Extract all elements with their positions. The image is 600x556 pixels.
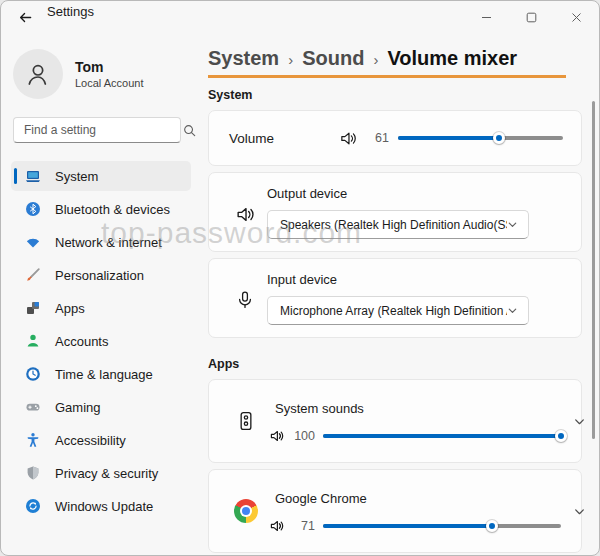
user-name: Tom <box>75 59 144 76</box>
sidebar-item-label: Bluetooth & devices <box>55 202 170 217</box>
sidebar-item-label: Windows Update <box>55 499 153 514</box>
slider-fill <box>398 136 499 140</box>
breadcrumb-sound[interactable]: Sound <box>302 47 364 70</box>
chrome-volume-slider[interactable] <box>323 524 561 528</box>
clock-icon <box>25 366 41 382</box>
chrome-logo-icon <box>234 499 258 523</box>
gamepad-icon <box>25 399 41 415</box>
maximize-button[interactable] <box>509 1 554 33</box>
speaker-icon <box>269 518 285 534</box>
sidebar-item-label: Time & language <box>55 367 153 382</box>
expand-system-sounds-button[interactable] <box>567 404 592 438</box>
app-volume-value: 71 <box>293 519 315 533</box>
breadcrumb-system[interactable]: System <box>208 47 279 70</box>
sidebar-item-time-language[interactable]: Time & language <box>11 359 191 389</box>
window-controls <box>464 1 599 33</box>
titlebar: Settings <box>1 1 599 33</box>
sidebar-nav: System Bluetooth & devices Network & int… <box>11 161 191 524</box>
search-input[interactable] <box>14 123 183 137</box>
section-title-system: System <box>208 88 582 102</box>
sidebar-item-bluetooth-devices[interactable]: Bluetooth & devices <box>11 194 191 224</box>
slider-thumb[interactable] <box>555 430 567 442</box>
speaker-icon <box>339 129 358 148</box>
sidebar-item-gaming[interactable]: Gaming <box>11 392 191 422</box>
sidebar-item-accounts[interactable]: Accounts <box>11 326 191 356</box>
system-sounds-slider[interactable] <box>323 434 561 438</box>
search-box <box>13 117 181 143</box>
breadcrumb-volume-mixer: Volume mixer <box>387 47 517 70</box>
input-device-value: Microphone Array (Realtek High Definitio… <box>280 304 507 318</box>
update-icon <box>25 498 41 514</box>
app-name: Google Chrome <box>275 491 561 506</box>
speaker-icon <box>223 186 267 251</box>
chevron-down-icon <box>507 219 518 230</box>
breadcrumb-separator: › <box>288 49 293 68</box>
accessibility-person-icon <box>25 432 41 448</box>
app-name: System sounds <box>275 401 561 416</box>
sidebar-item-label: Apps <box>55 301 85 316</box>
sidebar: Tom Local Account System Bluetooth & d <box>1 33 201 555</box>
volume-slider[interactable] <box>398 136 563 140</box>
sidebar-item-label: Network & internet <box>55 235 162 250</box>
avatar <box>13 49 63 99</box>
minimize-button[interactable] <box>464 1 509 33</box>
volume-value: 61 <box>367 131 389 145</box>
slider-fill <box>323 524 492 528</box>
sidebar-item-label: System <box>55 169 98 184</box>
app-volume-value: 100 <box>293 429 315 443</box>
output-device-label: Output device <box>267 186 529 201</box>
settings-window: Settings Tom Local Account <box>0 0 600 556</box>
bluetooth-icon <box>25 201 41 217</box>
back-button[interactable] <box>9 3 41 31</box>
chevron-down-icon <box>507 305 518 316</box>
output-device-value: Speakers (Realtek High Definition Audio(… <box>280 218 507 232</box>
sidebar-item-network-internet[interactable]: Network & internet <box>11 227 191 257</box>
apps-icon <box>25 300 41 316</box>
wifi-icon <box>25 234 41 250</box>
sidebar-item-label: Gaming <box>55 400 101 415</box>
user-account[interactable]: Tom Local Account <box>13 49 191 99</box>
search-icon <box>183 124 196 137</box>
input-device-label: Input device <box>267 272 529 287</box>
volume-label: Volume <box>229 131 274 146</box>
sidebar-item-system[interactable]: System <box>11 161 191 191</box>
scrollbar[interactable] <box>592 101 595 439</box>
system-icon <box>25 168 41 184</box>
user-account-type: Local Account <box>75 76 144 90</box>
output-device-select[interactable]: Speakers (Realtek High Definition Audio(… <box>267 210 529 239</box>
brush-icon <box>25 267 41 283</box>
speaker-icon <box>269 428 285 444</box>
close-button[interactable] <box>554 1 599 33</box>
section-title-apps: Apps <box>208 357 582 371</box>
system-sounds-speaker-box-icon <box>223 410 269 432</box>
output-device-card: Output device Speakers (Realtek High Def… <box>208 172 582 252</box>
expand-chrome-button[interactable] <box>567 494 592 528</box>
breadcrumb-separator: › <box>373 49 378 68</box>
input-device-select[interactable]: Microphone Array (Realtek High Definitio… <box>267 296 529 325</box>
sidebar-item-label: Accounts <box>55 334 108 349</box>
shield-icon <box>25 465 41 481</box>
back-arrow-icon <box>18 10 33 25</box>
window-title: Settings <box>47 4 94 19</box>
sidebar-item-label: Accessibility <box>55 433 126 448</box>
main-content: System › Sound › Volume mixer System Vol… <box>201 33 599 555</box>
google-chrome-card: Google Chrome 71 <box>208 469 582 553</box>
microphone-icon <box>223 272 267 337</box>
slider-thumb[interactable] <box>493 132 505 144</box>
sidebar-item-accessibility[interactable]: Accessibility <box>11 425 191 455</box>
sidebar-item-label: Privacy & security <box>55 466 158 481</box>
sidebar-item-personalization[interactable]: Personalization <box>11 260 191 290</box>
system-sounds-card: System sounds 100 <box>208 379 582 463</box>
sidebar-item-apps[interactable]: Apps <box>11 293 191 323</box>
accounts-person-icon <box>25 333 41 349</box>
volume-row-card: Volume 61 <box>208 110 582 166</box>
slider-thumb[interactable] <box>486 520 498 532</box>
breadcrumb: System › Sound › Volume mixer <box>208 47 566 78</box>
chevron-down-icon <box>573 415 586 428</box>
sidebar-item-privacy-security[interactable]: Privacy & security <box>11 458 191 488</box>
sidebar-item-label: Personalization <box>55 268 144 283</box>
slider-fill <box>323 434 561 438</box>
sidebar-item-windows-update[interactable]: Windows Update <box>11 491 191 521</box>
chevron-down-icon <box>573 505 586 518</box>
input-device-card: Input device Microphone Array (Realtek H… <box>208 258 582 338</box>
